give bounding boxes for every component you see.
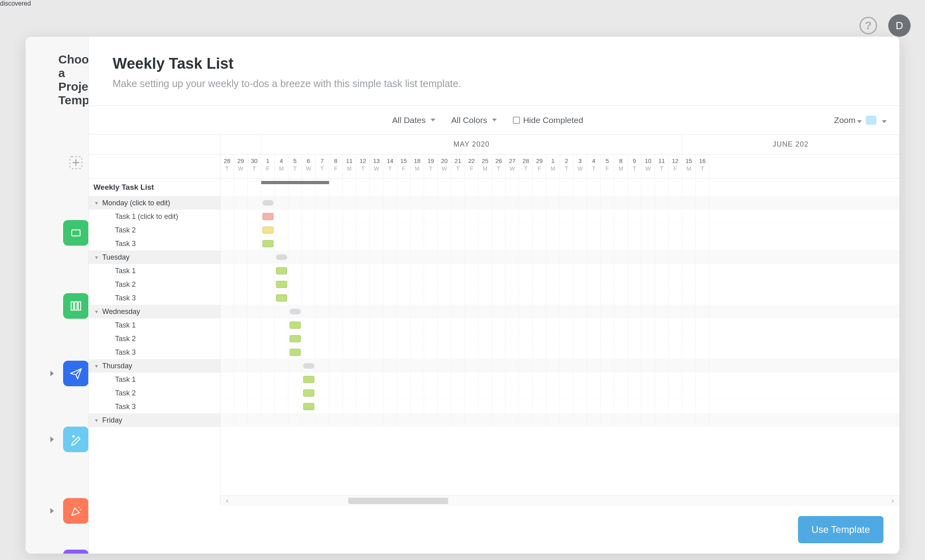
gantt-bar[interactable] [262, 213, 274, 220]
gantt-task-list: Weekly Task ListMonday (click to edit)Ta… [89, 135, 220, 506]
date-cell: 20W [438, 155, 451, 178]
preview-header: Weekly Task List Make setting up your we… [89, 37, 899, 97]
pencil-icon [63, 427, 89, 452]
gantt-task-label[interactable]: Task 1 [89, 373, 220, 386]
date-cell: 6W [302, 155, 316, 178]
gantt-chart: Weekly Task ListMonday (click to edit)Ta… [89, 135, 899, 506]
scroll-left-icon[interactable]: ‹ [224, 496, 230, 505]
avatar[interactable]: D [888, 14, 911, 37]
gantt-task-label[interactable]: Task 2 [89, 386, 220, 400]
svg-rect-4 [78, 302, 81, 310]
gantt-bar[interactable] [262, 200, 274, 206]
gantt-day-header[interactable]: Friday [89, 413, 220, 427]
gantt-task-label[interactable]: Task 2 [89, 332, 220, 346]
date-cell: 22F [465, 155, 478, 178]
use-template-button[interactable]: Use Template [798, 516, 883, 543]
template-category-event-planning[interactable]: Event PlanningTrack event details & to-d… [26, 480, 88, 542]
date-cell: 11M [343, 155, 356, 178]
filter-colors[interactable]: All Colors [451, 115, 497, 125]
date-cell: 26T [492, 155, 506, 178]
svg-point-7 [80, 509, 81, 510]
horizontal-scrollbar[interactable]: ‹ › [220, 495, 899, 506]
date-cell: 21T [451, 155, 465, 178]
gantt-day-header[interactable]: Monday (click to edit) [89, 196, 220, 210]
gantt-bar[interactable] [276, 294, 287, 302]
svg-point-5 [72, 435, 75, 437]
template-list: Blank ProjectBuild a new project from sc… [26, 123, 88, 554]
gantt-bar[interactable] [290, 309, 301, 314]
gantt-task-label[interactable]: Task 1 [89, 264, 220, 278]
date-cell: 19T [424, 155, 438, 178]
date-cell: 15M [682, 155, 696, 178]
date-cell: 30T [248, 155, 261, 178]
template-category-design-creative[interactable]: Design & CreativeManage design, copy, & … [26, 398, 88, 480]
gantt-bar[interactable] [290, 322, 301, 329]
gantt-progress-bar [261, 181, 329, 184]
gantt-bar[interactable] [303, 363, 314, 369]
gantt-task-label[interactable]: Task 2 [89, 278, 220, 291]
template-sidebar: Choose a Project Template Blank ProjectB… [26, 37, 89, 554]
template-category-blank-project[interactable]: Blank ProjectBuild a new project from sc… [26, 123, 88, 202]
date-cell: 28T [519, 155, 533, 178]
preview-title: Weekly Task List [113, 55, 875, 72]
date-cell: 15F [397, 155, 411, 178]
template-category-construction[interactable]: ConstructionSchedule & track constructio… [26, 542, 88, 554]
sidebar-title: Choose a Project Template [26, 53, 88, 123]
date-cell: 12T [356, 155, 370, 178]
gantt-task-label[interactable]: Task 3 [89, 237, 220, 250]
help-button[interactable]: ? [859, 17, 877, 34]
gantt-day-header[interactable]: Thursday [89, 359, 220, 373]
date-cell: 7T [316, 155, 329, 178]
date-cell: 1M [546, 155, 560, 178]
scroll-thumb[interactable] [348, 498, 448, 504]
gantt-preview: All Dates All Colors Hide Completed Zoom [89, 105, 899, 506]
gantt-bar[interactable] [303, 389, 314, 397]
checkbox-icon [513, 117, 520, 124]
gantt-bar[interactable] [290, 335, 301, 342]
gantt-task-label[interactable]: Task 3 [89, 400, 220, 413]
gantt-day-header[interactable]: Tuesday [89, 250, 220, 264]
filter-hide-completed[interactable]: Hide Completed [513, 115, 584, 125]
gantt-bar[interactable] [303, 376, 314, 383]
gantt-bar[interactable] [276, 267, 287, 274]
chevron-right-icon [50, 437, 54, 442]
chevron-right-icon [50, 508, 54, 514]
date-cell: 16T [696, 155, 709, 178]
month-header: MAY 2020JUNE 202 [220, 135, 899, 155]
gantt-task-label[interactable]: Task 1 [89, 318, 220, 332]
zoom-control[interactable]: Zoom [834, 115, 887, 125]
date-cell: 27W [506, 155, 519, 178]
date-cell: 8M [614, 155, 628, 178]
template-picker-modal: Choose a Project Template Blank ProjectB… [26, 37, 899, 554]
date-cell: 5F [601, 155, 614, 178]
gantt-bar[interactable] [276, 254, 287, 260]
rect-icon [63, 220, 89, 246]
date-cell: 14T [383, 155, 397, 178]
filter-dates[interactable]: All Dates [392, 115, 435, 125]
scroll-right-icon[interactable]: › [890, 496, 895, 505]
gantt-bar[interactable] [262, 240, 274, 247]
gantt-task-label[interactable]: Task 3 [89, 291, 220, 305]
date-cell: 25M [478, 155, 492, 178]
gantt-timeline[interactable]: MAY 2020JUNE 202 28T29W30T1F4M5T6W7T8F11… [220, 135, 899, 506]
date-cell: 3W [574, 155, 587, 178]
date-cell: 1F [261, 155, 275, 178]
gantt-task-label[interactable]: Task 2 [89, 223, 220, 237]
template-category-basic-project[interactable]: Basic ProjectSave time on plan setup [26, 202, 88, 264]
gantt-bar[interactable] [276, 281, 287, 288]
template-category-marketing[interactable]: MarketingStrategize marketing projects [26, 348, 88, 398]
gantt-bar[interactable] [262, 226, 274, 234]
month-label: JUNE 202 [682, 135, 899, 154]
svg-rect-2 [71, 302, 73, 310]
gantt-bar[interactable] [303, 403, 314, 410]
gantt-task-label[interactable]: Task 1 (click to edit) [89, 210, 220, 223]
date-cell: 11T [655, 155, 669, 178]
chevron-down-icon [880, 115, 887, 125]
gantt-day-header[interactable]: Wednesday [89, 305, 220, 318]
party-icon [63, 498, 89, 524]
gantt-task-label[interactable]: Task 3 [89, 346, 220, 359]
date-cell: 5T [288, 155, 302, 178]
gantt-group-title: Weekly Task List [89, 179, 220, 196]
gantt-bar[interactable] [290, 349, 301, 356]
template-category-get-started-with-teamgantt[interactable]: Get Started with TeamGanttTake an intera… [26, 264, 88, 348]
